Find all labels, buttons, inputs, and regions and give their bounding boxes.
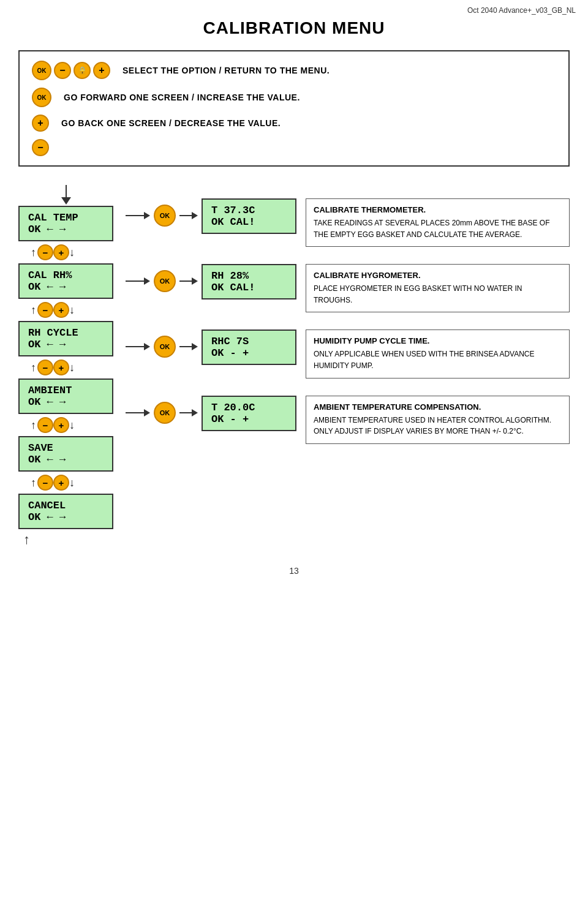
display-ambient: T 20.0C OK - + — [202, 396, 296, 431]
minus-btn-1[interactable]: − — [37, 244, 53, 260]
plus-btn-4[interactable]: + — [53, 417, 69, 433]
calibration-flow: CAL TEMP OK ← → ↑ − + ↓ CAL RH% OK ← → ↑… — [18, 185, 570, 548]
ok-circle-rh-cycle[interactable]: OK — [154, 336, 176, 358]
ok-button-instr1[interactable]: OK — [32, 61, 51, 80]
menu-box-cal-rh: CAL RH% OK ← → — [18, 263, 113, 299]
ok-circle-cal-rh[interactable]: OK — [154, 270, 176, 292]
info-rh-cycle: HUMIDITY PUMP CYCLE TIME. ONLY APPLICABL… — [306, 329, 570, 378]
instruction-box: OK − 🔒 + SELECT THE OPTION / RETURN TO T… — [18, 50, 570, 167]
lock-button-instr1[interactable]: 🔒 — [74, 62, 91, 79]
btn-group-row1: OK − 🔒 + — [32, 61, 110, 80]
right-section: OK T 37.3C OK CAL! CALIBRATE THERMOMETER… — [126, 185, 570, 444]
display-cal-temp: T 37.3C OK CAL! — [202, 198, 296, 234]
info-cal-rh: CALIBRATE HYGROMETER. PLACE HYGROMETER I… — [306, 264, 570, 312]
row-cal-temp: OK T 37.3C OK CAL! CALIBRATE THERMOMETER… — [126, 198, 570, 247]
info-cal-temp: CALIBRATE THERMOMETER. TAKE READINGS AT … — [306, 198, 570, 247]
btn-group-row4: − — [32, 139, 49, 156]
between-save-cancel: ↑ − + ↓ — [31, 474, 126, 491]
minus-btn-3[interactable]: − — [37, 360, 53, 375]
plus-btn-5[interactable]: + — [53, 475, 69, 491]
row-cal-rh: OK RH 28% OK CAL! CALIBRATE HYGROMETER. … — [126, 264, 570, 312]
minus-btn-5[interactable]: − — [37, 475, 53, 491]
doc-ref: Oct 2040 Advance+_v03_GB_NL — [467, 6, 576, 15]
row-rh-cycle: OK RHC 7S OK - + HUMIDITY PUMP CYCLE TIM… — [126, 329, 570, 378]
btn-group-row3: + — [32, 115, 49, 132]
between-cycle-ambient: ↑ − + ↓ — [31, 359, 126, 376]
between-cal-temp-rh: ↑ − + ↓ — [31, 244, 126, 261]
btn-group-row2: OK — [32, 88, 51, 107]
between-ambient-save: ↑ − + ↓ — [31, 416, 126, 434]
row-ambient: OK T 20.0C OK - + AMBIENT TEMPERATURE CO… — [126, 396, 570, 444]
minus-btn-4[interactable]: − — [37, 417, 53, 433]
display-cal-rh: RH 28% OK CAL! — [202, 264, 296, 299]
plus-button-instr3[interactable]: + — [32, 115, 49, 132]
minus-button-instr1[interactable]: − — [54, 62, 71, 79]
menu-box-cal-temp: CAL TEMP OK ← → — [18, 206, 113, 241]
menu-box-save: SAVE OK ← → — [18, 436, 113, 472]
plus-btn-1[interactable]: + — [53, 244, 69, 260]
menu-box-cancel: CANCEL OK ← → — [18, 494, 113, 529]
page-title: CALIBRATION MENU — [18, 18, 570, 38]
instr-text-3: GO BACK ONE SCREEN / DECREASE THE VALUE. — [61, 118, 281, 128]
instr-text-2: GO FORWARD ONE SCREEN / INCREASE THE VAL… — [64, 92, 300, 102]
ok-circle-cal-temp[interactable]: OK — [154, 205, 176, 227]
plus-btn-2[interactable]: + — [53, 302, 69, 318]
display-rh-cycle: RHC 7S OK - + — [202, 329, 296, 365]
instr-text-1: SELECT THE OPTION / RETURN TO THE MENU. — [123, 66, 330, 75]
plus-button-instr1[interactable]: + — [93, 62, 110, 79]
minus-btn-2[interactable]: − — [37, 302, 53, 318]
minus-button-instr4[interactable]: − — [32, 139, 49, 156]
info-ambient: AMBIENT TEMPERATURE COMPENSATION. AMBIEN… — [306, 396, 570, 444]
menu-box-ambient: AMBIENT OK ← → — [18, 378, 113, 414]
plus-btn-3[interactable]: + — [53, 360, 69, 375]
ok-circle-ambient[interactable]: OK — [154, 402, 176, 424]
left-menu-col: CAL TEMP OK ← → ↑ − + ↓ CAL RH% OK ← → ↑… — [18, 185, 126, 548]
ok-button-instr2[interactable]: OK — [32, 88, 51, 107]
between-rh-cycle: ↑ − + ↓ — [31, 301, 126, 318]
menu-box-rh-cycle: RH CYCLE OK ← → — [18, 321, 113, 356]
page-number: 13 — [18, 566, 570, 576]
